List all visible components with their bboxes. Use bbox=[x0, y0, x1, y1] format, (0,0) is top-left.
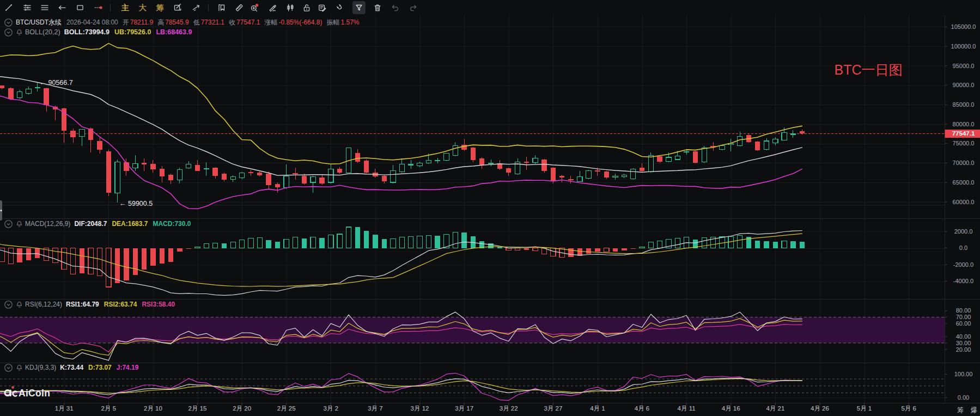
macd-bar-hollow bbox=[702, 238, 707, 248]
macd-indicator-name[interactable]: MACD(12,26,9) bbox=[25, 220, 70, 228]
candle-body-up bbox=[764, 141, 769, 150]
macd-bar-hollow bbox=[53, 248, 58, 263]
candle-body-down bbox=[8, 88, 13, 99]
candle-body-down bbox=[595, 170, 600, 172]
time-axis-label: 2月 15 bbox=[188, 405, 207, 412]
mini-tab-liquidation[interactable]: 爆 bbox=[971, 406, 977, 414]
candle-body-up bbox=[533, 158, 538, 163]
series bbox=[0, 83, 805, 286]
ohlc-field-label: 高 bbox=[157, 18, 164, 27]
collapse-main-pane-icon[interactable] bbox=[4, 19, 13, 27]
candle-body-down bbox=[293, 173, 297, 174]
alert-bell-icon bbox=[16, 301, 23, 308]
rsi-value-rsi1: RSI1:64.79 bbox=[66, 301, 99, 308]
macd-bar bbox=[631, 248, 636, 249]
macd-histogram bbox=[0, 227, 805, 287]
time-axis-label: 3月 12 bbox=[411, 405, 429, 412]
mini-tab-chips[interactable]: 筹 bbox=[957, 406, 964, 414]
chevron-down-circle-icon bbox=[4, 301, 13, 309]
candle-body-up bbox=[666, 157, 671, 162]
candle-body-down bbox=[44, 88, 48, 105]
ohlc-field-value: 1.57% bbox=[340, 19, 359, 26]
time-axis-label: 3月 22 bbox=[500, 405, 518, 412]
macd-bar-hollow bbox=[8, 248, 13, 264]
kdj-indicator-name[interactable]: KDJ(9,3,3) bbox=[25, 364, 56, 371]
macd-bar bbox=[755, 241, 760, 248]
last-price-badge-text: 77547.1 bbox=[952, 130, 975, 137]
candle-body-down bbox=[0, 85, 4, 88]
candle-body-up bbox=[737, 136, 742, 146]
boll-value-ub: UB:79526.0 bbox=[114, 28, 151, 36]
candle-body-up bbox=[133, 164, 138, 168]
macd-bar bbox=[435, 236, 440, 248]
candle-body-up bbox=[773, 139, 778, 143]
kdj-value-j: J:74.19 bbox=[117, 364, 139, 371]
chevron-down-circle-icon bbox=[4, 364, 13, 372]
time-axis-label: 3月 2 bbox=[324, 405, 339, 412]
time-axis-label: 3月 27 bbox=[544, 405, 562, 412]
kdj-alert-icon[interactable] bbox=[16, 364, 23, 371]
candle-body-down bbox=[559, 176, 564, 178]
chart-title-note: BTC一日图 bbox=[835, 62, 903, 77]
macd-bar-hollow bbox=[391, 239, 395, 248]
macd-bar-hollow bbox=[640, 247, 644, 248]
macd-bar-hollow bbox=[728, 237, 733, 248]
macd-alert-icon[interactable] bbox=[16, 221, 23, 228]
candle-body-up bbox=[409, 164, 413, 165]
boll-alert-icon[interactable] bbox=[16, 29, 23, 36]
candle-body-down bbox=[568, 179, 573, 180]
candle-body-down bbox=[755, 142, 760, 150]
candle-body-up bbox=[17, 91, 22, 97]
candle-body-up bbox=[115, 162, 120, 193]
candle-body-up bbox=[186, 164, 191, 168]
macd-value-macd: MACD:730.0 bbox=[153, 220, 191, 228]
macd-bar bbox=[222, 243, 227, 248]
macd-bar bbox=[177, 248, 182, 252]
collapse-rsi-pane-icon[interactable] bbox=[4, 301, 13, 309]
rsi-legend-row: RSI(6,12,24)RSI1:64.79RSI2:63.74RSI3:58.… bbox=[4, 300, 180, 309]
candle-body-down bbox=[70, 131, 75, 137]
collapse-boll-pane-icon[interactable] bbox=[4, 28, 13, 36]
candle-body-up bbox=[648, 155, 653, 172]
price-axis-label: 80000.0 bbox=[953, 121, 975, 127]
kdj-axis-label: 100.00 bbox=[954, 371, 973, 377]
candle-body-down bbox=[364, 161, 369, 172]
price-axis-label: 100000.0 bbox=[951, 43, 976, 50]
kdj-legend-row: KDJ(9,3,3)K:73.44D:73.07J:74.19 bbox=[4, 363, 143, 372]
rsi-alert-icon[interactable] bbox=[16, 301, 23, 308]
rsi-axis-label: 70.00 bbox=[956, 314, 971, 320]
rsi-indicator-name[interactable]: RSI(6,12,24) bbox=[25, 301, 62, 308]
chevron-down-circle-icon bbox=[4, 220, 13, 228]
price-axis-label: 105000.0 bbox=[951, 23, 976, 30]
candle-body-up bbox=[35, 87, 40, 88]
candle-body-up bbox=[435, 160, 440, 161]
symbol-name[interactable]: BTC/USDT永续 bbox=[16, 18, 62, 27]
candle-body-up bbox=[702, 148, 707, 162]
candle-body-up bbox=[230, 176, 235, 179]
collapse-kdj-pane-icon[interactable] bbox=[4, 364, 13, 372]
macd-bar-hollow bbox=[417, 236, 422, 248]
ohlc-field-label: 低 bbox=[193, 18, 200, 27]
rsi-axis-label: 60.00 bbox=[956, 320, 971, 327]
macd-bar-hollow bbox=[675, 238, 680, 248]
macd-axis-label: 0.0 bbox=[959, 244, 967, 251]
axes bbox=[0, 15, 980, 405]
time-axis-label: 4月 11 bbox=[678, 405, 696, 412]
price-axis-label: 95000.0 bbox=[953, 63, 975, 69]
candle-body-down bbox=[168, 175, 173, 181]
candle-body-up bbox=[284, 176, 289, 188]
macd-bar bbox=[266, 240, 271, 248]
macd-bar-hollow bbox=[399, 237, 404, 248]
boll-indicator-name[interactable]: BOLL(20,2) bbox=[25, 28, 60, 36]
candle-body-down bbox=[150, 164, 155, 169]
candle-body-down bbox=[355, 153, 360, 161]
boll-upper-line bbox=[0, 44, 802, 164]
macd-bar-hollow bbox=[88, 248, 93, 274]
macd-bar bbox=[382, 239, 387, 248]
price-chart-canvas[interactable]: 77547.1105000.0100000.095000.090000.0850… bbox=[0, 0, 980, 416]
macd-bar-hollow bbox=[453, 232, 458, 248]
collapse-macd-pane-icon[interactable] bbox=[4, 220, 13, 228]
ohlc-field-label: 开 bbox=[123, 18, 129, 27]
candle-body-up bbox=[426, 160, 431, 163]
candle-body-down bbox=[800, 131, 805, 134]
